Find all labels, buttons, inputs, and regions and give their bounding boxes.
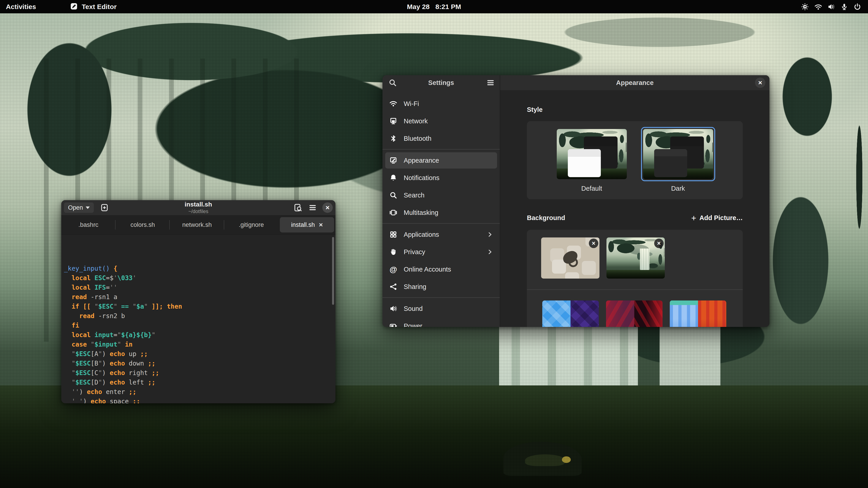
sidebar-item-label: Notifications	[404, 174, 439, 182]
style-label-dark: Dark	[671, 185, 685, 192]
applications-icon	[389, 230, 397, 238]
activities-button[interactable]: Activities	[6, 3, 36, 11]
sidebar-item-network[interactable]: Network	[385, 113, 497, 129]
close-tab-icon[interactable]: ×	[319, 221, 323, 229]
style-preview-dark	[643, 129, 713, 179]
sidebar-menu-button[interactable]	[485, 77, 496, 88]
sidebar-divider	[382, 149, 500, 150]
style-label-default: Default	[581, 185, 602, 192]
close-icon: ×	[758, 79, 762, 86]
sidebar-item-label: Online Accounts	[404, 266, 451, 273]
wifi-icon[interactable]	[814, 3, 822, 11]
focused-app-name: Text Editor	[82, 3, 116, 11]
date-label: May 28	[407, 3, 430, 11]
code-line: local IFS=''	[64, 283, 336, 292]
sidebar-list: Wi-FiNetworkBluetoothAppearanceNotificat…	[382, 90, 500, 327]
style-option-default[interactable]: Default	[555, 127, 629, 192]
sidebar-item-label: Sharing	[404, 283, 426, 291]
tab-install.sh[interactable]: install.sh×	[280, 217, 334, 232]
tab-network.sh[interactable]: network.sh	[170, 215, 224, 234]
tab-.gitignore[interactable]: .gitignore	[224, 215, 278, 234]
code-line: if [[ "$ESC" == "$a" ]]; then	[64, 302, 336, 311]
code-line: local input="${a}${b}"	[64, 330, 336, 340]
sidebar-item-appearance[interactable]: Appearance	[385, 152, 497, 168]
privacy-icon	[389, 248, 397, 256]
wallpaper-variant-2[interactable]	[670, 300, 726, 327]
tab-.bashrc[interactable]: .bashrc	[61, 215, 116, 234]
add-picture-button[interactable]: + Add Picture…	[691, 214, 743, 222]
sidebar-item-label: Power	[404, 322, 422, 327]
settings-window: Settings Wi-FiNetworkBluetoothAppearance…	[382, 75, 770, 327]
focused-app-menu[interactable]: Text Editor	[70, 2, 116, 11]
sidebar-item-label: Multitasking	[404, 209, 438, 217]
microphone-icon[interactable]	[840, 3, 848, 11]
style-preview-default	[557, 129, 627, 179]
sidebar-item-label: Search	[404, 192, 425, 199]
search-document-button[interactable]	[292, 202, 303, 213]
editor-headerbar: Open install.sh ~/dotfiles ×	[61, 200, 336, 215]
power-icon	[389, 322, 397, 327]
background-thumb-abstract-light[interactable]: ×	[541, 237, 599, 279]
sidebar-item-search[interactable]: Search	[385, 187, 497, 203]
text-editor-app-icon	[70, 2, 78, 11]
settings-sidebar: Settings Wi-FiNetworkBluetoothAppearance…	[382, 75, 500, 327]
code-line: read -rsn1 a	[64, 292, 336, 302]
document-title: install.sh	[185, 201, 212, 208]
volume-icon[interactable]	[827, 3, 835, 11]
close-window-button[interactable]: ×	[322, 202, 333, 213]
bluetooth-icon	[389, 134, 397, 142]
tab-label: network.sh	[182, 221, 212, 228]
sidebar-item-multitasking[interactable]: Multitasking	[385, 204, 497, 221]
appearance-icon	[389, 156, 397, 164]
wallpaper-variant-0[interactable]	[542, 300, 599, 327]
sidebar-item-power[interactable]: Power	[385, 318, 497, 327]
sidebar-item-sound[interactable]: Sound	[385, 300, 497, 317]
scrollbar[interactable]	[332, 237, 334, 305]
sidebar-divider	[382, 223, 500, 224]
tab-label: install.sh	[291, 221, 315, 228]
display-brightness-icon[interactable]	[801, 3, 809, 11]
sidebar-item-wi-fi[interactable]: Wi-Fi	[385, 96, 497, 112]
tab-label: colors.sh	[130, 221, 155, 228]
menu-icon	[486, 78, 495, 87]
sidebar-item-sharing[interactable]: Sharing	[385, 279, 497, 295]
editor-title: install.sh ~/dotfiles	[185, 201, 212, 215]
sidebar-item-privacy[interactable]: Privacy	[385, 244, 497, 260]
remove-background-button[interactable]: ×	[654, 238, 664, 248]
tab-label: .gitignore	[239, 221, 264, 228]
selected-style-frame	[641, 127, 715, 181]
search-button[interactable]	[388, 77, 398, 88]
document-path: ~/dotfiles	[185, 208, 212, 215]
main-menu-button[interactable]	[307, 202, 318, 213]
clock-button[interactable]: May 28 8:21 PM	[407, 3, 461, 11]
new-tab-button[interactable]	[99, 202, 110, 213]
remove-background-button[interactable]: ×	[589, 238, 598, 248]
sidebar-item-online-accounts[interactable]: @Online Accounts	[385, 261, 497, 278]
panel-title: Appearance	[616, 79, 653, 87]
close-icon: ×	[657, 240, 661, 247]
open-button[interactable]: Open	[64, 202, 94, 213]
background-thumb-forest-waterfall[interactable]: ×	[607, 237, 665, 279]
multitasking-icon	[389, 208, 397, 217]
wallpaper-variant-1[interactable]	[606, 300, 662, 327]
menu-icon	[308, 203, 317, 212]
tab-colors.sh[interactable]: colors.sh	[116, 215, 170, 234]
code-line: "$ESC[D") echo left ;;	[64, 378, 336, 387]
style-option-dark[interactable]: Dark	[641, 127, 715, 192]
search-icon	[389, 191, 397, 199]
desktop: Activities Text Editor May 28 8:21 PM Op…	[0, 0, 868, 488]
sidebar-item-notifications[interactable]: Notifications	[385, 170, 497, 186]
card-divider	[527, 289, 743, 290]
settings-title: Settings	[428, 79, 454, 87]
code-editor[interactable]: _key_input() { local ESC=$'\033' local I…	[61, 235, 336, 403]
tab-label: .bashrc	[79, 221, 98, 228]
network-icon	[389, 117, 397, 125]
sidebar-item-applications[interactable]: Applications	[385, 226, 497, 242]
sidebar-item-bluetooth[interactable]: Bluetooth	[385, 130, 497, 147]
close-icon: ×	[592, 240, 595, 247]
close-settings-button[interactable]: ×	[755, 77, 765, 88]
notifications-icon	[389, 174, 397, 182]
system-tray[interactable]	[801, 3, 861, 11]
sidebar-item-label: Appearance	[404, 157, 439, 164]
power-icon[interactable]	[854, 3, 861, 11]
